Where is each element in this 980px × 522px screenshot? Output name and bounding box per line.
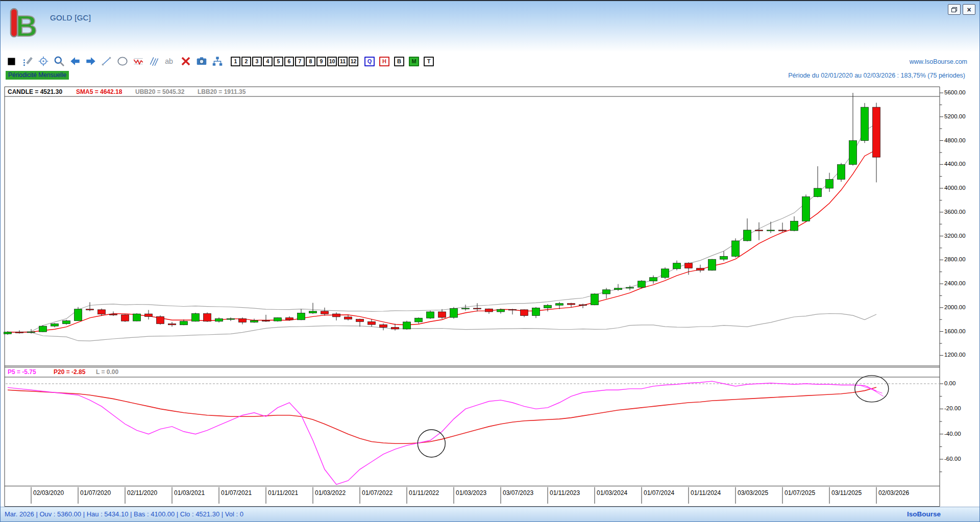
p5-value-label: P5 = -5.75 xyxy=(8,368,36,376)
date-axis-label: 01/03/2021 xyxy=(174,489,205,496)
delete-x-icon[interactable] xyxy=(180,55,192,67)
hierarchy-icon[interactable] xyxy=(211,55,224,67)
price-axis-label: 5200.00 xyxy=(944,113,966,119)
layout-button-3[interactable]: 3 xyxy=(252,57,262,66)
date-axis-label: 01/07/2025 xyxy=(785,489,815,496)
ohlc-status-text: Mar. 2026 | Ouv : 5360.00 | Hau : 5434.1… xyxy=(5,507,243,521)
layout-button-2[interactable]: 2 xyxy=(241,57,251,66)
date-axis-label: 01/11/2023 xyxy=(550,489,580,496)
isobourse-logo: B xyxy=(9,7,40,42)
periodicity-button-t[interactable]: T xyxy=(424,57,434,66)
app-window: B GOLD [GC] × ab 123456789101112 QHBMT w… xyxy=(0,0,980,522)
chart-canvas[interactable] xyxy=(1,1,980,522)
layout-button-1[interactable]: 1 xyxy=(231,57,240,66)
price-axis-label: 2400.00 xyxy=(944,280,966,286)
date-axis-label: 02/11/2020 xyxy=(127,489,157,496)
date-axis-label: 01/03/2024 xyxy=(597,489,627,496)
price-axis-label: 1600.00 xyxy=(944,328,966,334)
layout-button-11[interactable]: 11 xyxy=(338,57,348,66)
price-axis-label: 3200.00 xyxy=(944,233,966,239)
layout-button-4[interactable]: 4 xyxy=(263,57,273,66)
date-axis-label: 01/11/2024 xyxy=(691,489,721,496)
text-ab-icon[interactable]: ab xyxy=(164,55,176,67)
zoom-icon[interactable] xyxy=(53,55,65,67)
brand-label: IsoBourse xyxy=(907,507,941,521)
date-axis-label: 01/03/2022 xyxy=(315,489,346,496)
date-axis-label: 01/07/2024 xyxy=(644,489,674,496)
layout-button-6[interactable]: 6 xyxy=(284,57,294,66)
date-axis-label: 03/03/2025 xyxy=(738,489,768,496)
chart-title: GOLD [GC] xyxy=(50,13,91,22)
p20-value-label: P20 = -2.85 xyxy=(54,368,85,376)
period-buttons-group: QHBMT xyxy=(364,57,434,66)
ubb20-value-label: UBB20 = 5045.32 xyxy=(135,88,184,95)
date-axis-label: 01/03/2023 xyxy=(456,489,486,496)
periodicity-button-b[interactable]: B xyxy=(394,57,404,66)
camera-icon[interactable] xyxy=(195,55,208,67)
date-axis-label: 02/03/2020 xyxy=(33,489,64,496)
indicator-chart-icon[interactable] xyxy=(132,55,144,67)
candle-value-label: CANDLE = 4521.30 xyxy=(8,88,62,95)
layout-button-9[interactable]: 9 xyxy=(316,57,326,66)
layout-button-10[interactable]: 10 xyxy=(327,57,337,66)
price-axis-label: 5600.00 xyxy=(944,89,966,95)
restore-button[interactable] xyxy=(948,4,961,15)
layout-button-12[interactable]: 12 xyxy=(349,57,358,66)
date-axis-label: 01/11/2021 xyxy=(268,489,298,496)
website-link[interactable]: www.IsoBourse.com xyxy=(910,58,967,65)
tool-icons-group: ab xyxy=(6,55,224,67)
crosshair-icon[interactable] xyxy=(37,55,50,67)
number-buttons-group: 123456789101112 xyxy=(231,57,358,66)
toolbar: ab 123456789101112 QHBMT xyxy=(6,55,434,67)
indicator-axis-label: -20.00 xyxy=(944,405,961,411)
date-axis-label: 03/11/2025 xyxy=(831,489,862,496)
periodicity-button-m[interactable]: M xyxy=(409,57,419,66)
periodicity-button-h[interactable]: H xyxy=(379,57,389,66)
price-axis-label: 4400.00 xyxy=(944,161,966,167)
isobourse-logo-icon: B xyxy=(9,7,40,40)
layout-button-8[interactable]: 8 xyxy=(306,57,315,66)
price-axis-label: 2000.00 xyxy=(944,304,966,310)
sma5-value-label: SMA5 = 4642.18 xyxy=(76,88,122,95)
black-square-icon[interactable] xyxy=(6,55,18,67)
indicator-axis-label: -40.00 xyxy=(944,431,961,437)
date-axis-label: 03/07/2023 xyxy=(503,489,533,496)
date-axis-label: 01/07/2021 xyxy=(221,489,252,496)
date-axis-label: 01/07/2022 xyxy=(362,489,393,496)
date-axis-label: 02/03/2026 xyxy=(878,489,909,496)
trendline-icon[interactable] xyxy=(101,55,113,67)
window-controls: × xyxy=(948,4,975,15)
svg-text:B: B xyxy=(16,9,37,40)
arrow-right-icon[interactable] xyxy=(85,55,97,67)
indicator-axis-label: -60.00 xyxy=(944,456,961,462)
ellipse-icon[interactable] xyxy=(116,55,129,67)
price-axis-label: 4000.00 xyxy=(944,185,966,191)
status-bar: Mar. 2026 | Ouv : 5360.00 | Hau : 5434.1… xyxy=(1,507,979,521)
draw-pencil-icon[interactable] xyxy=(21,55,34,67)
layout-button-5[interactable]: 5 xyxy=(274,57,283,66)
period-info-label: Période du 02/01/2020 au 02/03/2026 : 18… xyxy=(788,72,965,79)
zero-line-label: L = 0.00 xyxy=(96,368,118,376)
price-axis-label: 4800.00 xyxy=(944,137,966,143)
arrow-left-icon[interactable] xyxy=(69,55,81,67)
restore-icon xyxy=(951,7,957,12)
date-axis-label: 01/07/2020 xyxy=(80,489,111,496)
lbb20-value-label: LBB20 = 1911.35 xyxy=(198,88,246,95)
periodicity-button-q[interactable]: Q xyxy=(364,57,375,66)
price-axis-label: 3600.00 xyxy=(944,209,966,215)
price-axis-label: 2800.00 xyxy=(944,256,966,262)
close-icon: × xyxy=(967,6,971,13)
periodicity-badge: Périodicité Mensuelle xyxy=(6,71,69,80)
hatch-lines-icon[interactable] xyxy=(148,55,160,67)
layout-button-7[interactable]: 7 xyxy=(295,57,305,66)
indicator-axis-label: 0.00 xyxy=(944,380,955,386)
date-axis-label: 01/11/2022 xyxy=(409,489,439,496)
svg-text:ab: ab xyxy=(165,57,173,65)
close-button[interactable]: × xyxy=(963,4,975,15)
price-axis-label: 1200.00 xyxy=(944,352,966,358)
